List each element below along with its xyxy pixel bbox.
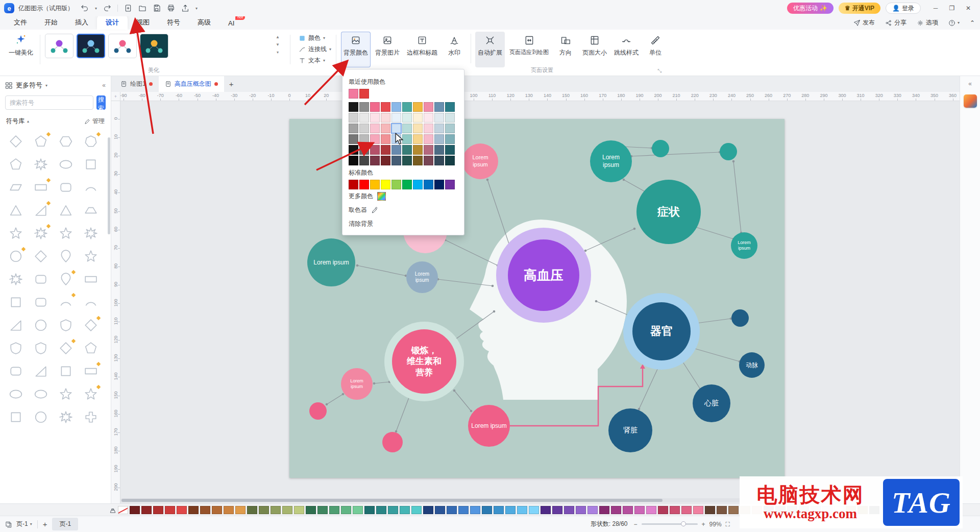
minimize-button[interactable]: ─ [928,2,943,14]
theme-color-swatch[interactable] [424,113,433,123]
diagram-node-pink-dot-2[interactable] [382,432,403,452]
diagram-node-teal-dot-1[interactable] [652,140,669,157]
maximize-button[interactable]: ❐ [944,2,960,14]
options-button[interactable]: 选项 [917,18,938,27]
theme-thumbnail-2[interactable] [77,34,105,58]
theme-color-swatch[interactable] [349,156,358,165]
theme-color-swatch[interactable] [413,102,423,112]
zoom-out-icon[interactable]: − [634,521,638,528]
share-button[interactable]: 分享 [885,18,906,27]
theme-color-swatch[interactable] [445,102,455,112]
quick-color-swatch[interactable] [611,506,621,514]
menu-item-视图[interactable]: 视图 [128,15,158,30]
symbol-roundrect[interactable] [29,269,53,290]
quick-color-swatch[interactable] [282,506,292,514]
symbol-pentagon[interactable] [79,337,103,359]
quick-color-swatch[interactable] [341,506,351,514]
theme-color-swatch[interactable] [434,102,444,112]
symbol-diamond[interactable] [54,337,78,359]
quick-color-swatch[interactable] [541,506,551,514]
theme-color-swatch[interactable] [370,113,380,123]
color-picker-item[interactable]: 取色器 [349,203,458,217]
standard-color-swatch[interactable] [434,180,444,189]
quick-color-swatch[interactable] [259,506,269,514]
quick-color-swatch[interactable] [212,506,222,514]
theme-color-swatch[interactable] [359,156,369,165]
theme-color-swatch[interactable] [434,134,444,144]
clear-background-item[interactable]: 清除背景 [349,217,458,231]
quick-color-swatch[interactable] [165,506,175,514]
save-button[interactable] [153,4,161,12]
theme-color-swatch[interactable] [402,102,412,112]
symbol-shield[interactable] [29,337,53,359]
menu-item-插入[interactable]: 插入 [66,15,97,30]
close-button[interactable]: ✕ [961,2,976,14]
sidebar-scrollbar[interactable] [108,137,110,234]
quick-color-swatch[interactable] [505,506,516,514]
quick-color-swatch[interactable] [717,506,727,514]
symbol-arc[interactable] [79,292,103,313]
quick-color-swatch[interactable] [693,506,703,514]
symbol-roundrect[interactable] [29,292,53,313]
theme-color-swatch[interactable] [445,134,455,144]
publish-button[interactable]: 发布 [853,18,875,27]
quick-color-swatch[interactable] [247,506,257,514]
theme-color-swatch[interactable] [402,134,412,144]
diagram-node-blue-dot[interactable] [731,309,749,327]
diagram-node-lorem-teal-right[interactable]: Lorem ipsum [731,232,757,259]
standard-color-swatch[interactable] [359,180,369,189]
theme-color-swatch[interactable] [370,102,380,112]
quick-color-swatch[interactable] [552,506,562,514]
diagram-node-xueya[interactable]: 高血压 [508,239,579,311]
symbol-pentagon[interactable] [4,154,28,175]
standard-color-swatch[interactable] [349,180,358,189]
quick-color-swatch[interactable] [224,506,234,514]
symbol-square[interactable] [54,360,78,382]
recent-color-swatch[interactable] [349,89,358,99]
ribbon-button-背景图片[interactable]: 背景图片 [373,32,402,67]
theme-color-swatch[interactable] [402,124,412,133]
quick-color-swatch[interactable] [271,506,281,514]
symbol-triangle[interactable] [4,200,28,221]
theme-color-swatch[interactable] [381,156,390,165]
diagram-node-duanlian[interactable]: 锻炼， 维生素和 营养 [392,329,456,394]
theme-color-swatch[interactable] [445,156,455,165]
quick-color-swatch[interactable] [670,506,680,514]
quick-color-swatch[interactable] [470,506,480,514]
theme-color-swatch[interactable] [391,134,401,144]
theme-color-swatch[interactable] [391,113,401,123]
quick-color-swatch[interactable] [188,506,199,514]
print-button[interactable] [167,4,175,12]
menu-item-AI[interactable]: AIhot [219,17,243,30]
theme-color-swatch[interactable] [424,134,433,144]
theme-color-swatch[interactable] [434,156,444,165]
symbol-roundrect[interactable] [4,360,28,382]
diagram-node-zhengzhuang[interactable]: 症状 [636,180,701,244]
theme-color-swatch[interactable] [359,113,369,123]
dropdown-连接线[interactable]: 连接线▾ [299,45,331,54]
ribbon-button-页面大小[interactable]: 页面大小 [580,32,609,67]
gallery-scroll[interactable]: ▲▼▾ [276,35,280,55]
theme-color-swatch[interactable] [424,145,433,155]
symbol-teardrop[interactable] [54,246,78,267]
theme-color-swatch[interactable] [391,102,401,112]
ribbon-button-水印[interactable]: 水印 [442,32,467,67]
symbol-library-label[interactable]: 符号库 [6,117,24,126]
diagram-node-xinzang[interactable]: 心脏 [693,384,730,422]
theme-color-swatch[interactable] [391,145,401,155]
diagram-node-lorem-pink-bottom[interactable]: Lorem ipsum [468,405,510,447]
theme-color-swatch[interactable] [370,145,380,155]
theme-color-swatch[interactable] [402,113,412,123]
quick-color-swatch[interactable] [728,506,739,514]
login-button[interactable]: 👤登录 [886,3,921,14]
theme-color-swatch[interactable] [402,156,412,165]
doc-tab-高血压概念图[interactable]: 高血压概念图 [159,76,224,92]
theme-color-swatch[interactable] [424,102,433,112]
page-tab[interactable]: 页-1 [52,518,78,530]
standard-color-swatch[interactable] [381,180,390,189]
sidebar-title[interactable]: 更多符号 [16,81,42,90]
ribbon-button-边框和标题[interactable]: 边框和标题 [404,32,440,67]
quick-color-swatch[interactable] [200,506,210,514]
theme-color-swatch[interactable] [359,145,369,155]
symbol-burst[interactable] [29,223,53,244]
